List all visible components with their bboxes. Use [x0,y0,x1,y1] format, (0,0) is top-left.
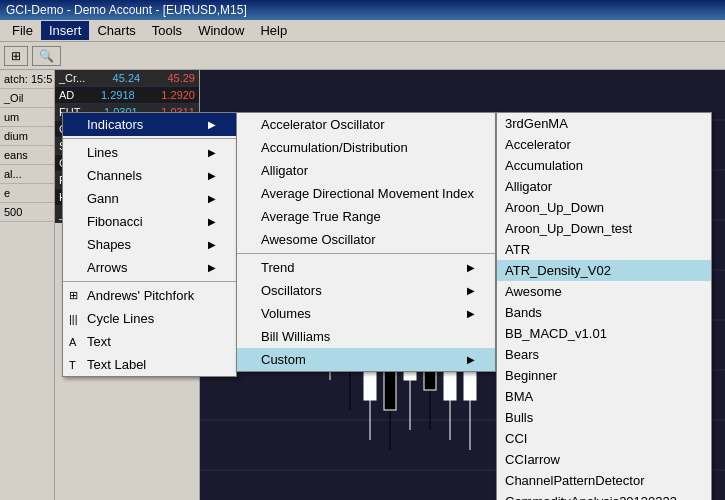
menu-item-fibonacci[interactable]: Fibonacci [63,210,236,233]
ind-item-awesome-osc[interactable]: Awesome Oscillator [237,228,495,251]
menu-bar: File Insert Charts Tools Window Help [0,20,725,42]
sidebar-pair-label-0: atch: 15:5 [0,70,54,89]
sep-1 [63,138,236,139]
toolbar-btn-1[interactable]: ⊞ [4,46,28,66]
right-item-aroon-up-down[interactable]: Aroon_Up_Down [497,197,711,218]
right-item-3rdgenma[interactable]: 3rdGenMA [497,113,711,134]
data-row-1: AD 1.2918 1.2920 [55,87,199,104]
right-item-cci[interactable]: CCI [497,428,711,449]
menu-item-arrows[interactable]: Arrows [63,256,236,279]
menu-charts[interactable]: Charts [89,21,143,40]
right-item-atr-density[interactable]: ATR_Density_V02 [497,260,711,281]
pitchfork-icon: ⊞ [69,289,78,302]
ind-sep-1 [237,253,495,254]
indicators-dropdown[interactable]: Accelerator Oscillator Accumulation/Dist… [236,112,496,372]
menu-tools[interactable]: Tools [144,21,190,40]
right-item-cciarrow[interactable]: CCIarrow [497,449,711,470]
right-item-bears[interactable]: Bears [497,344,711,365]
ind-item-admi[interactable]: Average Directional Movement Index [237,182,495,205]
sidebar-pair-label-6: e [0,184,54,203]
ind-item-alligator[interactable]: Alligator [237,159,495,182]
insert-dropdown[interactable]: Indicators Lines Channels Gann Fibonacci… [62,112,237,377]
menu-item-text[interactable]: A Text [63,330,236,353]
right-item-commodity-analysis[interactable]: CommodityAnalysis20130323 [497,491,711,500]
right-item-aroon-up-down-test[interactable]: Aroon_Up_Down_test [497,218,711,239]
text-label-icon: T [69,359,76,371]
right-item-awesome[interactable]: Awesome [497,281,711,302]
sidebar-pair-label-7: 500 [0,203,54,222]
menu-item-channels[interactable]: Channels [63,164,236,187]
sep-2 [63,281,236,282]
right-item-channel-pattern[interactable]: ChannelPatternDetector [497,470,711,491]
cycle-lines-icon: ||| [69,313,78,325]
right-item-atr[interactable]: ATR [497,239,711,260]
ind-item-accelerator-osc[interactable]: Accelerator Oscillator [237,113,495,136]
custom-indicators-panel[interactable]: 3rdGenMA Accelerator Accumulation Alliga… [496,112,712,500]
menu-item-pitchfork[interactable]: ⊞ Andrews' Pitchfork [63,284,236,307]
menu-item-text-label[interactable]: T Text Label [63,353,236,376]
sidebar-pair-label-4: eans [0,146,54,165]
menu-item-lines[interactable]: Lines [63,141,236,164]
ind-item-trend[interactable]: Trend [237,256,495,279]
right-item-bulls[interactable]: Bulls [497,407,711,428]
sidebar-pair-label-1: _Oil [0,89,54,108]
title-text: GCI-Demo - Demo Account - [EURUSD,M15] [6,3,247,17]
menu-item-indicators[interactable]: Indicators [63,113,236,136]
ind-item-volumes[interactable]: Volumes [237,302,495,325]
sidebar-pair-label-3: dium [0,127,54,146]
toolbar: ⊞ 🔍 [0,42,725,70]
ind-item-bill-williams[interactable]: Bill Williams [237,325,495,348]
sidebar-labels: atch: 15:5 _Oil um dium eans al... e 500 [0,70,55,500]
right-item-alligator[interactable]: Alligator [497,176,711,197]
menu-file[interactable]: File [4,21,41,40]
ind-item-accumulation[interactable]: Accumulation/Distribution [237,136,495,159]
sidebar-pair-label-5: al... [0,165,54,184]
menu-window[interactable]: Window [190,21,252,40]
right-item-accumulation[interactable]: Accumulation [497,155,711,176]
menu-item-shapes[interactable]: Shapes [63,233,236,256]
right-item-accelerator[interactable]: Accelerator [497,134,711,155]
right-item-beginner[interactable]: Beginner [497,365,711,386]
menu-insert[interactable]: Insert [41,21,90,40]
menu-item-cycle-lines[interactable]: ||| Cycle Lines [63,307,236,330]
toolbar-btn-2[interactable]: 🔍 [32,46,61,66]
title-bar: GCI-Demo - Demo Account - [EURUSD,M15] [0,0,725,20]
text-icon: A [69,336,76,348]
ind-item-oscillators[interactable]: Oscillators [237,279,495,302]
ind-item-atr[interactable]: Average True Range [237,205,495,228]
data-row-0: _Cr... 45.24 45.29 [55,70,199,87]
ind-item-custom[interactable]: Custom [237,348,495,371]
right-item-bma[interactable]: BMA [497,386,711,407]
sidebar-pair-label-2: um [0,108,54,127]
menu-item-gann[interactable]: Gann [63,187,236,210]
right-item-bands[interactable]: Bands [497,302,711,323]
right-item-bb-macd[interactable]: BB_MACD_v1.01 [497,323,711,344]
main-area: atch: 15:5 _Oil um dium eans al... e 500… [0,70,725,500]
menu-help[interactable]: Help [252,21,295,40]
